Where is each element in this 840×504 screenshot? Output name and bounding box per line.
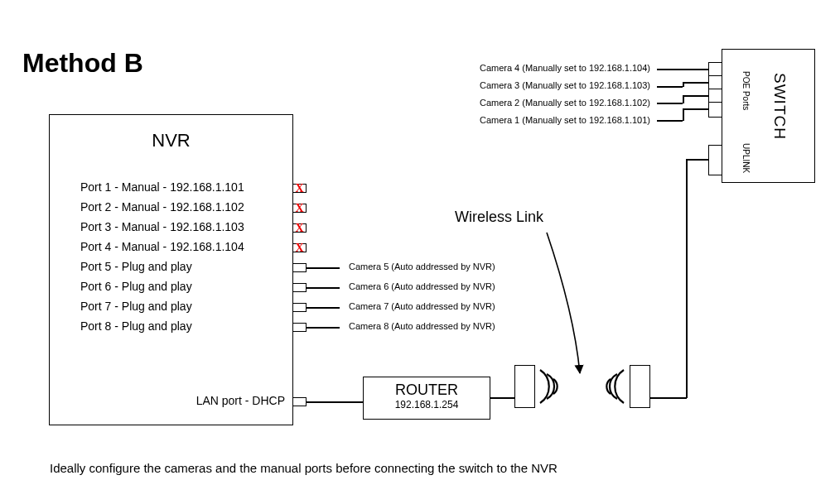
camera-label: Camera 4 (Manually set to 192.168.1.104) [480,63,650,73]
diagram-canvas: Method B NVR Port 1 - Manual - 192.168.1… [0,0,840,504]
switch-box [722,49,815,183]
switch-title: SWITCH [770,73,789,140]
switch-poe-ports [708,62,722,118]
camera-label: Camera 1 (Manually set to 192.168.1.101) [480,115,650,125]
camera-label: Camera 2 (Manually set to 192.168.1.102) [480,98,650,108]
switch-uplink-port [708,145,722,175]
camera-label: Camera 3 (Manually set to 192.168.1.103) [480,80,650,90]
switch-poe-label: POE Ports [741,71,751,110]
switch-uplink-label: UPLINK [741,143,751,173]
footer-note: Ideally configure the cameras and the ma… [50,461,558,475]
